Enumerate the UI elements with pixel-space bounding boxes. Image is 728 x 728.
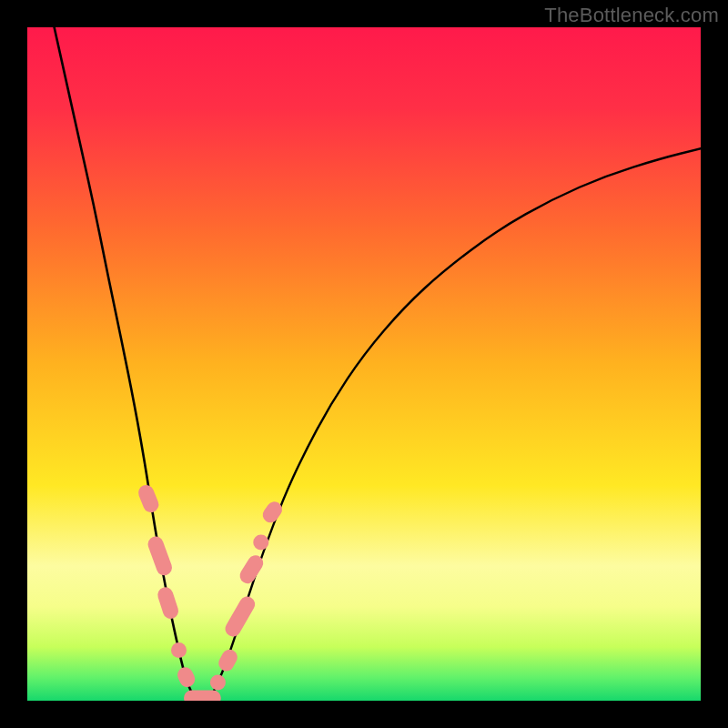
plot-area [27,27,701,701]
svg-rect-4 [184,691,221,701]
marker-dot [210,675,226,691]
watermark-text: TheBottleneck.com [544,4,719,27]
marker-dot [171,642,187,658]
gradient-background [27,27,701,701]
marker-pill [184,691,221,701]
chart-frame: TheBottleneck.com [0,0,728,728]
bottleneck-chart [27,27,701,701]
marker-dot [253,535,268,551]
